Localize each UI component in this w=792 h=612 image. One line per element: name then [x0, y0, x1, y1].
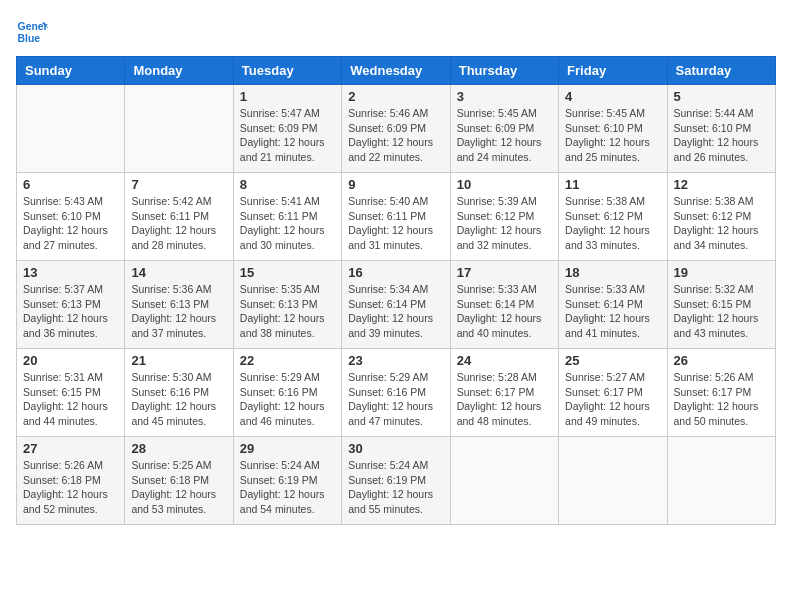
day-number: 6 [23, 177, 118, 192]
day-number: 24 [457, 353, 552, 368]
calendar-cell: 30Sunrise: 5:24 AM Sunset: 6:19 PM Dayli… [342, 437, 450, 525]
calendar-week-row: 20Sunrise: 5:31 AM Sunset: 6:15 PM Dayli… [17, 349, 776, 437]
day-info: Sunrise: 5:43 AM Sunset: 6:10 PM Dayligh… [23, 194, 118, 253]
logo-icon: General Blue [16, 16, 48, 48]
calendar-cell: 21Sunrise: 5:30 AM Sunset: 6:16 PM Dayli… [125, 349, 233, 437]
weekday-header-thursday: Thursday [450, 57, 558, 85]
calendar-cell: 10Sunrise: 5:39 AM Sunset: 6:12 PM Dayli… [450, 173, 558, 261]
day-info: Sunrise: 5:35 AM Sunset: 6:13 PM Dayligh… [240, 282, 335, 341]
calendar-cell: 15Sunrise: 5:35 AM Sunset: 6:13 PM Dayli… [233, 261, 341, 349]
calendar-cell [125, 85, 233, 173]
day-number: 13 [23, 265, 118, 280]
calendar-cell: 4Sunrise: 5:45 AM Sunset: 6:10 PM Daylig… [559, 85, 667, 173]
day-info: Sunrise: 5:28 AM Sunset: 6:17 PM Dayligh… [457, 370, 552, 429]
calendar-cell [450, 437, 558, 525]
day-info: Sunrise: 5:26 AM Sunset: 6:18 PM Dayligh… [23, 458, 118, 517]
day-info: Sunrise: 5:34 AM Sunset: 6:14 PM Dayligh… [348, 282, 443, 341]
day-info: Sunrise: 5:24 AM Sunset: 6:19 PM Dayligh… [348, 458, 443, 517]
weekday-header-sunday: Sunday [17, 57, 125, 85]
calendar-cell: 17Sunrise: 5:33 AM Sunset: 6:14 PM Dayli… [450, 261, 558, 349]
day-info: Sunrise: 5:39 AM Sunset: 6:12 PM Dayligh… [457, 194, 552, 253]
calendar-cell: 19Sunrise: 5:32 AM Sunset: 6:15 PM Dayli… [667, 261, 775, 349]
day-number: 16 [348, 265, 443, 280]
day-number: 14 [131, 265, 226, 280]
calendar-cell: 20Sunrise: 5:31 AM Sunset: 6:15 PM Dayli… [17, 349, 125, 437]
calendar-cell: 2Sunrise: 5:46 AM Sunset: 6:09 PM Daylig… [342, 85, 450, 173]
day-info: Sunrise: 5:45 AM Sunset: 6:10 PM Dayligh… [565, 106, 660, 165]
day-info: Sunrise: 5:33 AM Sunset: 6:14 PM Dayligh… [457, 282, 552, 341]
day-number: 15 [240, 265, 335, 280]
day-info: Sunrise: 5:38 AM Sunset: 6:12 PM Dayligh… [674, 194, 769, 253]
day-info: Sunrise: 5:31 AM Sunset: 6:15 PM Dayligh… [23, 370, 118, 429]
calendar-cell: 14Sunrise: 5:36 AM Sunset: 6:13 PM Dayli… [125, 261, 233, 349]
day-info: Sunrise: 5:29 AM Sunset: 6:16 PM Dayligh… [348, 370, 443, 429]
weekday-header-tuesday: Tuesday [233, 57, 341, 85]
day-number: 12 [674, 177, 769, 192]
calendar-cell: 29Sunrise: 5:24 AM Sunset: 6:19 PM Dayli… [233, 437, 341, 525]
svg-text:Blue: Blue [18, 33, 41, 44]
calendar-week-row: 1Sunrise: 5:47 AM Sunset: 6:09 PM Daylig… [17, 85, 776, 173]
day-info: Sunrise: 5:29 AM Sunset: 6:16 PM Dayligh… [240, 370, 335, 429]
calendar-cell: 16Sunrise: 5:34 AM Sunset: 6:14 PM Dayli… [342, 261, 450, 349]
calendar-cell: 18Sunrise: 5:33 AM Sunset: 6:14 PM Dayli… [559, 261, 667, 349]
day-number: 8 [240, 177, 335, 192]
day-info: Sunrise: 5:42 AM Sunset: 6:11 PM Dayligh… [131, 194, 226, 253]
calendar-cell: 24Sunrise: 5:28 AM Sunset: 6:17 PM Dayli… [450, 349, 558, 437]
calendar-cell: 13Sunrise: 5:37 AM Sunset: 6:13 PM Dayli… [17, 261, 125, 349]
day-info: Sunrise: 5:24 AM Sunset: 6:19 PM Dayligh… [240, 458, 335, 517]
day-number: 4 [565, 89, 660, 104]
calendar-cell [17, 85, 125, 173]
weekday-header-wednesday: Wednesday [342, 57, 450, 85]
day-info: Sunrise: 5:27 AM Sunset: 6:17 PM Dayligh… [565, 370, 660, 429]
day-info: Sunrise: 5:36 AM Sunset: 6:13 PM Dayligh… [131, 282, 226, 341]
calendar-cell: 27Sunrise: 5:26 AM Sunset: 6:18 PM Dayli… [17, 437, 125, 525]
day-info: Sunrise: 5:26 AM Sunset: 6:17 PM Dayligh… [674, 370, 769, 429]
day-number: 7 [131, 177, 226, 192]
day-info: Sunrise: 5:47 AM Sunset: 6:09 PM Dayligh… [240, 106, 335, 165]
day-number: 22 [240, 353, 335, 368]
day-info: Sunrise: 5:40 AM Sunset: 6:11 PM Dayligh… [348, 194, 443, 253]
calendar-cell [559, 437, 667, 525]
day-number: 30 [348, 441, 443, 456]
day-number: 1 [240, 89, 335, 104]
day-info: Sunrise: 5:33 AM Sunset: 6:14 PM Dayligh… [565, 282, 660, 341]
day-number: 5 [674, 89, 769, 104]
page-header: General Blue [16, 16, 776, 48]
weekday-header-monday: Monday [125, 57, 233, 85]
day-number: 23 [348, 353, 443, 368]
day-number: 25 [565, 353, 660, 368]
day-number: 21 [131, 353, 226, 368]
calendar-cell: 6Sunrise: 5:43 AM Sunset: 6:10 PM Daylig… [17, 173, 125, 261]
day-info: Sunrise: 5:38 AM Sunset: 6:12 PM Dayligh… [565, 194, 660, 253]
calendar-cell: 11Sunrise: 5:38 AM Sunset: 6:12 PM Dayli… [559, 173, 667, 261]
calendar-cell: 9Sunrise: 5:40 AM Sunset: 6:11 PM Daylig… [342, 173, 450, 261]
calendar-cell: 28Sunrise: 5:25 AM Sunset: 6:18 PM Dayli… [125, 437, 233, 525]
calendar-cell: 25Sunrise: 5:27 AM Sunset: 6:17 PM Dayli… [559, 349, 667, 437]
calendar-cell: 8Sunrise: 5:41 AM Sunset: 6:11 PM Daylig… [233, 173, 341, 261]
day-number: 20 [23, 353, 118, 368]
calendar-cell [667, 437, 775, 525]
calendar-cell: 12Sunrise: 5:38 AM Sunset: 6:12 PM Dayli… [667, 173, 775, 261]
calendar-cell: 26Sunrise: 5:26 AM Sunset: 6:17 PM Dayli… [667, 349, 775, 437]
calendar-header-row: SundayMondayTuesdayWednesdayThursdayFrid… [17, 57, 776, 85]
day-info: Sunrise: 5:25 AM Sunset: 6:18 PM Dayligh… [131, 458, 226, 517]
day-info: Sunrise: 5:32 AM Sunset: 6:15 PM Dayligh… [674, 282, 769, 341]
calendar-cell: 23Sunrise: 5:29 AM Sunset: 6:16 PM Dayli… [342, 349, 450, 437]
day-number: 3 [457, 89, 552, 104]
weekday-header-saturday: Saturday [667, 57, 775, 85]
day-info: Sunrise: 5:41 AM Sunset: 6:11 PM Dayligh… [240, 194, 335, 253]
day-number: 18 [565, 265, 660, 280]
day-number: 29 [240, 441, 335, 456]
day-number: 27 [23, 441, 118, 456]
calendar-cell: 22Sunrise: 5:29 AM Sunset: 6:16 PM Dayli… [233, 349, 341, 437]
logo: General Blue [16, 16, 48, 48]
day-number: 17 [457, 265, 552, 280]
day-info: Sunrise: 5:45 AM Sunset: 6:09 PM Dayligh… [457, 106, 552, 165]
day-number: 19 [674, 265, 769, 280]
calendar-week-row: 27Sunrise: 5:26 AM Sunset: 6:18 PM Dayli… [17, 437, 776, 525]
calendar-table: SundayMondayTuesdayWednesdayThursdayFrid… [16, 56, 776, 525]
day-info: Sunrise: 5:46 AM Sunset: 6:09 PM Dayligh… [348, 106, 443, 165]
day-number: 11 [565, 177, 660, 192]
day-number: 28 [131, 441, 226, 456]
day-number: 10 [457, 177, 552, 192]
